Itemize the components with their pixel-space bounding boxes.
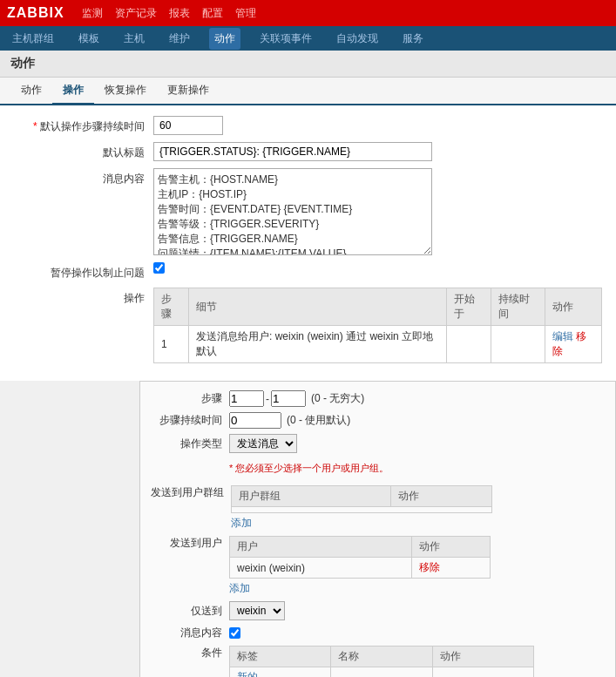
default-duration-input[interactable]: [153, 116, 223, 135]
ops-cell-detail: 发送消息给用户: weixin (weixin) 通过 weixin 立即地 默…: [189, 326, 447, 363]
cond-col-name: 名称: [331, 647, 432, 667]
send-group-control: 用户群组 动作 添加: [231, 485, 492, 531]
tab-action[interactable]: 动作: [10, 78, 52, 104]
ops-col-step: 步骤: [154, 288, 189, 326]
send-only-label: 仅送到: [151, 604, 229, 619]
pause-checkbox[interactable]: [153, 262, 165, 274]
tab-update[interactable]: 更新操作: [157, 78, 220, 104]
group-col-action: 动作: [391, 486, 492, 507]
cond-cell-name: [331, 667, 432, 678]
step-range: (0 - 无穷大): [311, 391, 364, 406]
operations-table: 步骤 细节 开始于 持续时间 动作 1 发送消息给用户: weixin (wei…: [153, 288, 602, 363]
cond-cell-action: [432, 667, 533, 678]
user-row: weixin (weixin) 移除: [230, 558, 491, 579]
operations-row: 操作 步骤 细节 开始于 持续时间 动作 1 发送消息给用: [14, 288, 602, 363]
step-dash: -: [266, 393, 269, 405]
send-only-row: 仅送到 weixin 所有: [151, 601, 605, 620]
group-empty-row: [232, 507, 492, 513]
conditions-table: 标签 名称 动作 新的: [229, 646, 534, 677]
default-duration-control: [153, 116, 602, 135]
ops-row: 1 发送消息给用户: weixin (weixin) 通过 weixin 立即地…: [154, 326, 602, 363]
ops-cell-start: [446, 326, 491, 363]
ops-detail-text: 发送消息给用户: weixin (weixin) 通过 weixin 立即地 默…: [196, 330, 433, 357]
logo: ZABBIX: [7, 5, 64, 21]
op-detail-box: 步骤 - (0 - 无穷大) 步骤持续时间 (0 - 使用默认) 操作类型 发送…: [139, 381, 616, 677]
required-note-row: * 您必须至少选择一个用户或用户组。: [151, 458, 605, 480]
add-group-link[interactable]: 添加: [231, 516, 252, 531]
nav-config[interactable]: 配置: [202, 6, 223, 21]
nav-admin[interactable]: 管理: [235, 6, 256, 21]
default-duration-row: 默认操作步骤持续时间: [14, 116, 602, 135]
ops-cell-duration: [491, 326, 545, 363]
nav-host-groups[interactable]: 主机群组: [7, 28, 59, 50]
send-group-row: 发送到用户群组 用户群组 动作 添加: [151, 485, 605, 531]
pause-label: 暂停操作以制止问题: [14, 262, 153, 281]
required-note: * 您必须至少选择一个用户或用户组。: [229, 462, 389, 475]
op-type-label: 操作类型: [151, 437, 229, 451]
nav-assets[interactable]: 资产记录: [115, 6, 157, 21]
msg-content-row: 消息内容: [151, 626, 605, 640]
default-duration-label: 默认操作步骤持续时间: [14, 116, 153, 134]
op-type-select[interactable]: 发送消息 远程命令: [229, 434, 297, 453]
add-user-link[interactable]: 添加: [229, 581, 250, 596]
step-duration-input[interactable]: [229, 412, 281, 429]
cond-cell-tag: 新的: [230, 667, 331, 678]
group-table: 用户群组 动作: [231, 485, 492, 513]
tab-bar: 动作 操作 恢复操作 更新操作: [0, 78, 616, 105]
message-content-row: 消息内容 告警主机：{HOST.NAME}主机IP：{HOST.IP}告警时间：…: [14, 168, 602, 255]
send-user-control: 用户 动作 weixin (weixin) 移除 添加: [229, 536, 491, 596]
pause-control: [153, 262, 602, 276]
nav-actions[interactable]: 动作: [209, 28, 240, 50]
nav-discovery[interactable]: 自动发现: [331, 28, 383, 50]
cond-col-action: 动作: [432, 647, 533, 667]
operations-label: 操作: [14, 288, 153, 306]
tab-recovery[interactable]: 恢复操作: [94, 78, 157, 104]
step-duration-label: 步骤持续时间: [151, 413, 229, 428]
message-content-control: 告警主机：{HOST.NAME}主机IP：{HOST.IP}告警时间：{EVEN…: [153, 168, 602, 255]
pause-row: 暂停操作以制止问题: [14, 262, 602, 281]
default-subject-label: 默认标题: [14, 142, 153, 160]
ops-col-duration: 持续时间: [491, 288, 545, 326]
send-user-row: 发送到用户 用户 动作 weixin (weixin) 移除: [151, 536, 605, 596]
default-subject-control: [153, 142, 602, 161]
op-type-row: 操作类型 发送消息 远程命令: [151, 434, 605, 453]
nav-maintenance[interactable]: 维护: [164, 28, 195, 50]
nav-hosts[interactable]: 主机: [118, 28, 150, 50]
nav-monitor[interactable]: 监测: [82, 6, 103, 21]
nav-templates[interactable]: 模板: [73, 28, 105, 50]
conditions-control: 标签 名称 动作 新的: [229, 646, 534, 677]
nav-services[interactable]: 服务: [397, 28, 429, 50]
step-label: 步骤: [151, 391, 229, 406]
user-cell-action: 移除: [411, 558, 490, 579]
default-subject-row: 默认标题: [14, 142, 602, 161]
tab-operations[interactable]: 操作: [52, 78, 94, 105]
step-from-input[interactable]: [229, 390, 264, 407]
page-title: 动作: [0, 51, 616, 78]
ops-col-detail: 细节: [189, 288, 447, 326]
default-subject-input[interactable]: [153, 142, 432, 161]
ops-col-action: 动作: [545, 288, 601, 326]
main-content: 默认操作步骤持续时间 默认标题 消息内容 告警主机：{HOST.NAME}主机I…: [0, 105, 616, 381]
send-user-label: 发送到用户: [151, 536, 229, 551]
user-table: 用户 动作 weixin (weixin) 移除: [229, 536, 491, 579]
msg-content-checkbox[interactable]: [229, 627, 240, 639]
send-only-select[interactable]: weixin 所有: [229, 601, 285, 620]
second-nav: 主机群组 模板 主机 维护 动作 关联项事件 自动发现 服务: [0, 26, 616, 51]
conditions-label: 条件: [151, 646, 229, 660]
msg-content-label: 消息内容: [151, 626, 229, 640]
group-col-name: 用户群组: [232, 486, 391, 507]
ops-edit-link[interactable]: 编辑: [552, 330, 573, 342]
cond-col-tag: 标签: [230, 647, 331, 667]
message-content-textarea[interactable]: 告警主机：{HOST.NAME}主机IP：{HOST.IP}告警时间：{EVEN…: [153, 168, 432, 255]
operations-control: 步骤 细节 开始于 持续时间 动作 1 发送消息给用户: weixin (wei…: [153, 288, 602, 363]
send-group-label: 发送到用户群组: [151, 485, 231, 500]
step-to-input[interactable]: [271, 390, 306, 407]
ops-col-start: 开始于: [446, 288, 491, 326]
cond-tag-link[interactable]: 新的: [237, 671, 258, 677]
user-remove-link[interactable]: 移除: [419, 561, 440, 573]
nav-reports[interactable]: 报表: [169, 6, 190, 21]
user-cell-name: weixin (weixin): [230, 558, 412, 579]
step-duration-row: 步骤持续时间 (0 - 使用默认): [151, 412, 605, 429]
nav-event-correlation[interactable]: 关联项事件: [254, 28, 317, 50]
message-content-label: 消息内容: [14, 168, 153, 186]
